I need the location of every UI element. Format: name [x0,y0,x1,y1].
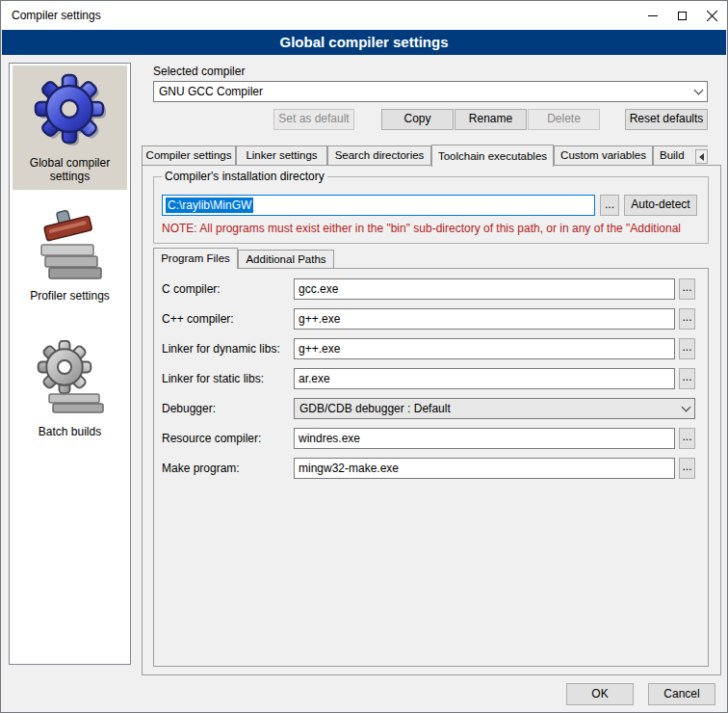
dynamic-linker-label: Linker for dynamic libs: [162,342,280,356]
static-linker-input[interactable] [294,368,675,389]
c-compiler-label: C compiler: [162,282,221,296]
resource-compiler-browse-button[interactable]: ... [679,428,695,449]
static-linker-label: Linker for static libs: [162,372,264,385]
cpp-compiler-row: C++ compiler: ... [154,308,708,330]
debugger-value: GDB/CDB debugger : Default [295,402,678,415]
maximize-button[interactable] [667,1,697,30]
dynamic-linker-row: Linker for dynamic libs: ... [154,338,708,359]
debugger-row: Debugger: GDB/CDB debugger : Default [154,398,708,419]
auto-detect-button[interactable]: Auto-detect [624,195,697,216]
set-as-default-button[interactable]: Set as default [273,109,354,130]
browse-directory-button[interactable]: ... [600,195,619,216]
compiler-settings-dialog: Compiler settings Global compiler settin… [0,0,728,713]
ok-button[interactable]: OK [566,683,634,705]
settings-category-sidebar: Global compiler settings Prof [9,63,131,665]
resource-compiler-label: Resource compiler: [162,432,261,445]
sidebar-item-label: Profiler settings [30,289,110,303]
chevron-down-icon[interactable] [690,82,707,101]
c-compiler-browse-button[interactable]: ... [679,278,695,300]
program-files-tab-strip: Program Files Additional Paths [153,248,334,269]
debugger-dropdown[interactable]: GDB/CDB debugger : Default [294,398,695,419]
minimize-icon [648,15,658,16]
installation-directory-input[interactable]: C:\raylib\MinGW [162,195,595,216]
make-program-label: Make program: [162,462,240,475]
selected-compiler-dropdown[interactable]: GNU GCC Compiler [153,81,708,102]
rename-button[interactable]: Rename [455,109,527,130]
cpp-compiler-input[interactable] [294,308,675,330]
close-button[interactable] [697,1,727,30]
resource-compiler-row: Resource compiler: ... [154,428,708,449]
tab-compiler-settings[interactable]: Compiler settings [142,145,236,165]
installation-directory-value: C:\raylib\MinGW [166,198,253,213]
sidebar-item-label: Global compiler settings [13,156,127,183]
static-linker-browse-button[interactable]: ... [679,368,695,389]
reset-defaults-button[interactable]: Reset defaults [625,109,708,130]
dynamic-linker-browse-button[interactable]: ... [679,338,695,359]
delete-button[interactable]: Delete [528,109,600,130]
tab-custom-variables[interactable]: Custom variables [554,145,653,165]
maximize-icon [678,12,687,20]
page-title: Global compiler settings [2,30,726,55]
compiler-gear-icon [32,71,109,151]
installation-directory-group: Compiler's installation directory C:\ray… [153,176,709,244]
cpp-compiler-label: C++ compiler: [162,312,234,326]
c-compiler-row: C compiler: ... [154,278,708,300]
copy-button[interactable]: Copy [381,109,454,130]
selected-compiler-label: Selected compiler [153,65,245,78]
make-program-input[interactable] [294,458,675,479]
cpp-compiler-browse-button[interactable]: ... [679,308,695,330]
tab-program-files[interactable]: Program Files [153,248,238,269]
bin-subdirectory-note: NOTE: All programs must exist either in … [162,222,702,235]
debugger-label: Debugger: [162,402,216,415]
tab-linker-settings[interactable]: Linker settings [236,145,327,165]
toolchain-executables-page: Compiler's installation directory C:\ray… [142,165,721,675]
profiler-tool-icon [36,204,105,284]
sidebar-item-batch-builds[interactable]: Batch builds [13,334,127,445]
static-linker-row: Linker for static libs: ... [154,368,708,389]
resource-compiler-input[interactable] [294,428,675,449]
close-icon [706,10,718,22]
window-controls [637,1,727,30]
installation-directory-group-title: Compiler's installation directory [162,170,327,183]
titlebar[interactable]: Compiler settings [1,1,727,30]
tab-toolchain-executables[interactable]: Toolchain executables [431,145,554,167]
batch-builds-gear-icon [36,340,105,420]
sidebar-item-profiler-settings[interactable]: Profiler settings [13,198,127,309]
tab-scroll-left-button[interactable] [695,149,708,164]
minimize-button[interactable] [637,1,667,30]
cancel-button[interactable]: Cancel [648,683,715,705]
window-title: Compiler settings [1,9,101,22]
make-program-row: Make program: ... [154,458,708,479]
tab-additional-paths[interactable]: Additional Paths [238,250,334,268]
settings-tab-strip: Compiler settings Linker settings Search… [142,145,708,167]
make-program-browse-button[interactable]: ... [679,458,695,479]
sidebar-item-global-compiler-settings[interactable]: Global compiler settings [13,66,127,190]
dynamic-linker-input[interactable] [294,338,675,359]
chevron-down-icon[interactable] [678,399,694,418]
tab-search-directories[interactable]: Search directories [327,145,431,165]
program-files-page: C compiler: ... C++ compiler: ... Linker… [153,268,709,667]
selected-compiler-value: GNU GCC Compiler [154,85,690,98]
c-compiler-input[interactable] [294,278,675,300]
scroll-left-icon [699,153,704,161]
sidebar-item-label: Batch builds [39,425,101,438]
